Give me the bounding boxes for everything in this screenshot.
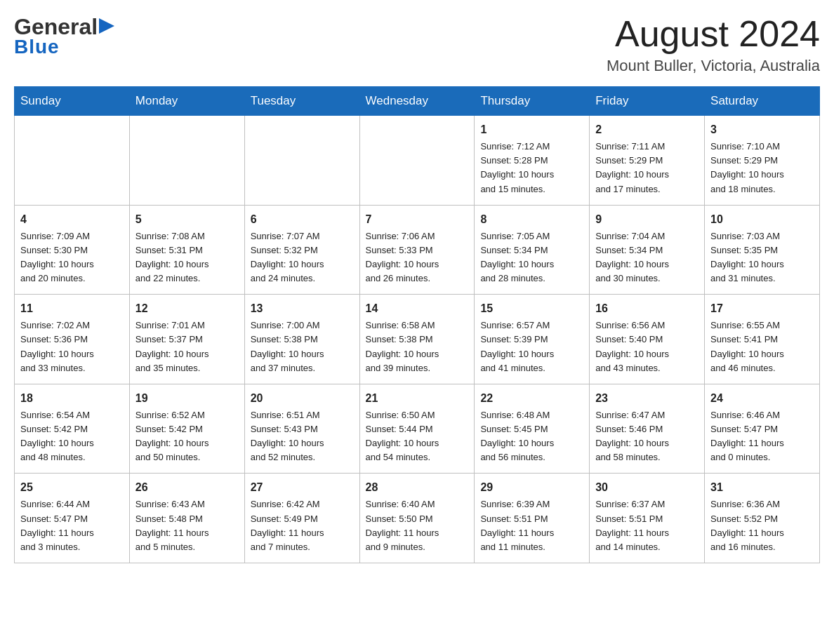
day-number: 3: [710, 121, 814, 138]
calendar-cell: 12Sunrise: 7:01 AMSunset: 5:37 PMDayligh…: [129, 295, 244, 384]
day-number: 25: [20, 479, 124, 496]
calendar-cell: 27Sunrise: 6:42 AMSunset: 5:49 PMDayligh…: [244, 474, 359, 563]
day-number: 20: [251, 390, 354, 407]
day-number: 16: [595, 300, 699, 317]
day-info: Sunrise: 6:46 AMSunset: 5:47 PMDaylight:…: [710, 408, 814, 465]
calendar-cell: 30Sunrise: 6:37 AMSunset: 5:51 PMDayligh…: [590, 474, 705, 563]
day-number: 27: [251, 479, 354, 496]
calendar-cell: 23Sunrise: 6:47 AMSunset: 5:46 PMDayligh…: [590, 384, 705, 474]
day-number: 1: [480, 121, 583, 138]
calendar-cell: 20Sunrise: 6:51 AMSunset: 5:43 PMDayligh…: [244, 384, 359, 474]
location-title: Mount Buller, Victoria, Australia: [607, 57, 820, 75]
col-wednesday: Wednesday: [359, 87, 475, 116]
calendar-week-4: 18Sunrise: 6:54 AMSunset: 5:42 PMDayligh…: [15, 384, 820, 474]
day-info: Sunrise: 7:03 AMSunset: 5:35 PMDaylight:…: [710, 229, 814, 286]
day-info: Sunrise: 7:10 AMSunset: 5:29 PMDaylight:…: [710, 140, 814, 196]
calendar-week-2: 4Sunrise: 7:09 AMSunset: 5:30 PMDaylight…: [15, 205, 820, 295]
col-thursday: Thursday: [475, 87, 590, 116]
day-number: 31: [710, 479, 814, 496]
col-monday: Monday: [129, 87, 244, 116]
calendar-cell: 16Sunrise: 6:56 AMSunset: 5:40 PMDayligh…: [590, 295, 705, 384]
calendar-cell: 24Sunrise: 6:46 AMSunset: 5:47 PMDayligh…: [705, 384, 820, 474]
calendar-week-5: 25Sunrise: 6:44 AMSunset: 5:47 PMDayligh…: [15, 474, 820, 563]
calendar-cell: 29Sunrise: 6:39 AMSunset: 5:51 PMDayligh…: [475, 474, 590, 563]
day-number: 11: [20, 300, 124, 317]
calendar-cell: 3Sunrise: 7:10 AMSunset: 5:29 PMDaylight…: [705, 116, 820, 206]
col-sunday: Sunday: [15, 87, 130, 116]
day-info: Sunrise: 6:54 AMSunset: 5:42 PMDaylight:…: [20, 408, 124, 465]
calendar-cell: 18Sunrise: 6:54 AMSunset: 5:42 PMDayligh…: [15, 384, 130, 474]
day-number: 18: [20, 390, 124, 407]
calendar-cell: 8Sunrise: 7:05 AMSunset: 5:34 PMDaylight…: [475, 205, 590, 295]
calendar-cell: 9Sunrise: 7:04 AMSunset: 5:34 PMDaylight…: [590, 205, 705, 295]
day-number: 8: [480, 211, 583, 228]
day-number: 7: [366, 211, 469, 228]
day-info: Sunrise: 6:42 AMSunset: 5:49 PMDaylight:…: [251, 497, 354, 554]
col-saturday: Saturday: [705, 87, 820, 116]
day-info: Sunrise: 7:00 AMSunset: 5:38 PMDaylight:…: [251, 318, 354, 375]
month-title: August 2024: [607, 14, 820, 54]
calendar-cell: [129, 116, 244, 206]
day-info: Sunrise: 6:50 AMSunset: 5:44 PMDaylight:…: [366, 408, 469, 465]
day-number: 19: [135, 390, 239, 407]
day-info: Sunrise: 7:04 AMSunset: 5:34 PMDaylight:…: [595, 229, 699, 286]
day-info: Sunrise: 7:05 AMSunset: 5:34 PMDaylight:…: [480, 229, 583, 286]
day-number: 29: [480, 479, 583, 496]
day-number: 6: [251, 211, 354, 228]
day-number: 4: [20, 211, 124, 228]
calendar-cell: 6Sunrise: 7:07 AMSunset: 5:32 PMDaylight…: [244, 205, 359, 295]
svg-marker-0: [99, 18, 114, 34]
calendar-cell: 13Sunrise: 7:00 AMSunset: 5:38 PMDayligh…: [244, 295, 359, 384]
day-info: Sunrise: 7:07 AMSunset: 5:32 PMDaylight:…: [251, 229, 354, 286]
day-number: 30: [595, 479, 699, 496]
day-info: Sunrise: 6:43 AMSunset: 5:48 PMDaylight:…: [135, 497, 239, 554]
day-number: 13: [251, 300, 354, 317]
logo-triangle-icon: [99, 18, 114, 34]
calendar-cell: 21Sunrise: 6:50 AMSunset: 5:44 PMDayligh…: [359, 384, 475, 474]
day-info: Sunrise: 6:44 AMSunset: 5:47 PMDaylight:…: [20, 497, 124, 554]
day-info: Sunrise: 6:57 AMSunset: 5:39 PMDaylight:…: [480, 318, 583, 375]
calendar-cell: 14Sunrise: 6:58 AMSunset: 5:38 PMDayligh…: [359, 295, 475, 384]
calendar-cell: 22Sunrise: 6:48 AMSunset: 5:45 PMDayligh…: [475, 384, 590, 474]
day-info: Sunrise: 6:36 AMSunset: 5:52 PMDaylight:…: [710, 497, 814, 554]
col-friday: Friday: [590, 87, 705, 116]
logo: General Blue: [14, 14, 114, 58]
day-info: Sunrise: 6:39 AMSunset: 5:51 PMDaylight:…: [480, 497, 583, 554]
day-info: Sunrise: 7:11 AMSunset: 5:29 PMDaylight:…: [595, 140, 699, 196]
calendar-cell: 28Sunrise: 6:40 AMSunset: 5:50 PMDayligh…: [359, 474, 475, 563]
day-number: 14: [366, 300, 469, 317]
calendar-table: Sunday Monday Tuesday Wednesday Thursday…: [14, 86, 820, 563]
day-info: Sunrise: 6:48 AMSunset: 5:45 PMDaylight:…: [480, 408, 583, 465]
day-info: Sunrise: 6:52 AMSunset: 5:42 PMDaylight:…: [135, 408, 239, 465]
day-info: Sunrise: 6:58 AMSunset: 5:38 PMDaylight:…: [366, 318, 469, 375]
day-info: Sunrise: 7:06 AMSunset: 5:33 PMDaylight:…: [366, 229, 469, 286]
day-info: Sunrise: 6:56 AMSunset: 5:40 PMDaylight:…: [595, 318, 699, 375]
day-info: Sunrise: 6:40 AMSunset: 5:50 PMDaylight:…: [366, 497, 469, 554]
col-tuesday: Tuesday: [244, 87, 359, 116]
day-info: Sunrise: 7:09 AMSunset: 5:30 PMDaylight:…: [20, 229, 124, 286]
day-info: Sunrise: 7:08 AMSunset: 5:31 PMDaylight:…: [135, 229, 239, 286]
day-number: 12: [135, 300, 239, 317]
day-info: Sunrise: 7:12 AMSunset: 5:28 PMDaylight:…: [480, 140, 583, 196]
calendar-cell: 19Sunrise: 6:52 AMSunset: 5:42 PMDayligh…: [129, 384, 244, 474]
day-info: Sunrise: 6:55 AMSunset: 5:41 PMDaylight:…: [710, 318, 814, 375]
day-number: 22: [480, 390, 583, 407]
day-number: 9: [595, 211, 699, 228]
logo-blue: Blue: [14, 36, 60, 58]
calendar-cell: 2Sunrise: 7:11 AMSunset: 5:29 PMDaylight…: [590, 116, 705, 206]
day-number: 26: [135, 479, 239, 496]
day-number: 24: [710, 390, 814, 407]
day-number: 28: [366, 479, 469, 496]
day-number: 17: [710, 300, 814, 317]
page-header: General Blue August 2024 Mount Buller, V…: [14, 14, 820, 75]
calendar-cell: 31Sunrise: 6:36 AMSunset: 5:52 PMDayligh…: [705, 474, 820, 563]
day-number: 10: [710, 211, 814, 228]
day-info: Sunrise: 7:02 AMSunset: 5:36 PMDaylight:…: [20, 318, 124, 375]
title-block: August 2024 Mount Buller, Victoria, Aust…: [607, 14, 820, 75]
calendar-cell: 17Sunrise: 6:55 AMSunset: 5:41 PMDayligh…: [705, 295, 820, 384]
calendar-cell: 10Sunrise: 7:03 AMSunset: 5:35 PMDayligh…: [705, 205, 820, 295]
day-info: Sunrise: 6:47 AMSunset: 5:46 PMDaylight:…: [595, 408, 699, 465]
day-info: Sunrise: 6:51 AMSunset: 5:43 PMDaylight:…: [251, 408, 354, 465]
calendar-cell: 11Sunrise: 7:02 AMSunset: 5:36 PMDayligh…: [15, 295, 130, 384]
day-number: 5: [135, 211, 239, 228]
